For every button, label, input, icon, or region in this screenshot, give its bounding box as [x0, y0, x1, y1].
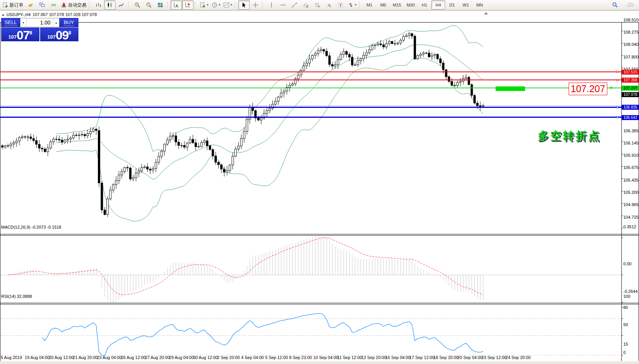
toolbar-chart-candles-button[interactable]: [104, 0, 115, 10]
line-handle[interactable]: [616, 79, 618, 81]
candle: [52, 139, 54, 142]
timeframe-w1-button[interactable]: W1: [459, 0, 473, 10]
toolbar-fibonacci-button[interactable]: F: [312, 0, 323, 10]
candle: [266, 110, 268, 113]
toolbar-auto-scroll-button[interactable]: [171, 0, 182, 10]
timeframe-m30-button[interactable]: M30: [404, 0, 418, 10]
hline-107.515[interactable]: [0, 72, 621, 72]
timeframe-h4-button[interactable]: H4: [431, 0, 445, 10]
toolbar-zoom-in-button[interactable]: [132, 0, 143, 10]
toolbar-autotrading-button[interactable]: 自动交易: [59, 0, 88, 10]
timeframe-m5-button[interactable]: M5: [376, 0, 390, 10]
hline-106.835[interactable]: [0, 107, 621, 108]
candle: [161, 151, 163, 156]
toolbar-chat-button[interactable]: [624, 0, 636, 10]
panel-collapse-icon[interactable]: ▲: [2, 13, 5, 16]
volume-increase-button[interactable]: ▲: [53, 18, 59, 27]
hat-icon: [61, 2, 67, 8]
toolbar-new-order-button[interactable]: 新订单: [1, 0, 25, 10]
candle: [309, 59, 311, 63]
toolbar-data-window-button[interactable]: [36, 0, 48, 10]
chart-window[interactable]: [0, 11, 639, 361]
candle: [411, 34, 413, 36]
pivot-annotation-text[interactable]: 多空转折点: [538, 128, 601, 144]
candle: [33, 138, 34, 140]
sell-button[interactable]: SELL: [1, 18, 20, 27]
candle: [326, 51, 328, 56]
candle: [459, 81, 461, 83]
time-axis-tick: 16 Sep 04:00: [385, 355, 410, 360]
candle: [428, 53, 430, 57]
candle: [482, 106, 484, 106]
candle: [200, 143, 202, 146]
bid-big-digits: 07: [16, 30, 29, 41]
highlight-rectangle[interactable]: [496, 86, 525, 91]
toolbar-chart-bars-button[interactable]: [93, 0, 104, 10]
toolbar-vertical-line-button[interactable]: [266, 0, 277, 10]
timeframe-mn-button[interactable]: MN: [473, 0, 486, 10]
toolbar-periods-menu-button[interactable]: ▾: [210, 0, 222, 10]
toolbar-text-button[interactable]: A: [323, 0, 335, 10]
toolbar-tile-windows-button[interactable]: [154, 0, 166, 10]
price-target-box[interactable]: 107.207: [569, 83, 607, 95]
indicator-icon: [223, 2, 229, 8]
textA-icon: A: [326, 2, 332, 8]
volume-input[interactable]: 1.00: [27, 18, 53, 27]
candle: [465, 77, 467, 78]
candle: [417, 56, 419, 59]
toolbar-new-order-menu-button[interactable]: ▾: [198, 0, 210, 10]
toolbar-signals-button[interactable]: [48, 0, 59, 10]
toolbar-text-label-button[interactable]: T: [335, 0, 346, 10]
candle: [246, 119, 248, 132]
toolbar-market-watch-button[interactable]: [25, 0, 36, 10]
toolbar-indicators-menu-button[interactable]: ▾: [222, 0, 234, 10]
toolbar-zoom-out-button[interactable]: [143, 0, 154, 10]
toolbar-arrows-button[interactable]: ▾: [346, 0, 358, 10]
bid-price-button[interactable]: 107078: [1, 28, 39, 41]
price-axis-tick: 108.275: [623, 30, 639, 34]
candle: [328, 56, 330, 65]
timeframe-d1-button[interactable]: D1: [445, 0, 459, 10]
candle: [457, 82, 459, 85]
ask-price-button[interactable]: 107098: [40, 28, 78, 41]
time-axis-tick: 29 Aug 04:00: [169, 355, 194, 360]
volume-decrease-button[interactable]: ▼: [20, 18, 27, 27]
toolbar-cursor-button[interactable]: [238, 0, 250, 10]
candle: [240, 138, 242, 146]
candle: [109, 190, 111, 199]
timeframe-m15-button[interactable]: M15: [390, 0, 404, 10]
toolbar-chart-shift-button[interactable]: [182, 0, 193, 10]
rsi-line: [42, 314, 483, 356]
candle: [243, 132, 245, 139]
candle: [448, 77, 450, 81]
buy-button[interactable]: BUY: [59, 18, 78, 27]
toolbar-chart-line-button[interactable]: [115, 0, 127, 10]
fibo-icon: F: [314, 2, 320, 8]
candle: [141, 167, 143, 171]
toolbar-horizontal-line-button[interactable]: [277, 0, 289, 10]
time-axis-tick: 30 Aug 12:00: [193, 355, 218, 360]
line-handle[interactable]: [616, 106, 618, 108]
chartshift-icon: [185, 2, 191, 8]
toolbar-search-button[interactable]: [609, 0, 621, 10]
line-handle[interactable]: [616, 71, 618, 73]
toolbar-trendline-button[interactable]: [289, 0, 300, 10]
hline-106.642[interactable]: [0, 117, 621, 118]
toolbar-crosshair-button[interactable]: [250, 0, 261, 10]
chart-title: ▲ USDJPY-,H4 107.067 107.078 107.028 107…: [2, 12, 97, 17]
candle: [206, 141, 208, 146]
candle: [47, 148, 49, 152]
candle: [30, 137, 32, 138]
candle: [275, 101, 276, 104]
timeframe-m1-button[interactable]: M1: [363, 0, 376, 10]
hline-107.358[interactable]: [0, 80, 621, 80]
candle: [394, 44, 396, 44]
line-handle[interactable]: [610, 87, 612, 89]
timeframe-h1-button[interactable]: H1: [418, 0, 431, 10]
line-handle[interactable]: [616, 116, 618, 118]
bid-prefix: 107: [8, 34, 17, 39]
candle: [269, 108, 271, 110]
hline-107.207[interactable]: [0, 88, 621, 88]
toolbar-equidistant-channel-button[interactable]: E: [300, 0, 312, 10]
candle: [58, 139, 60, 140]
